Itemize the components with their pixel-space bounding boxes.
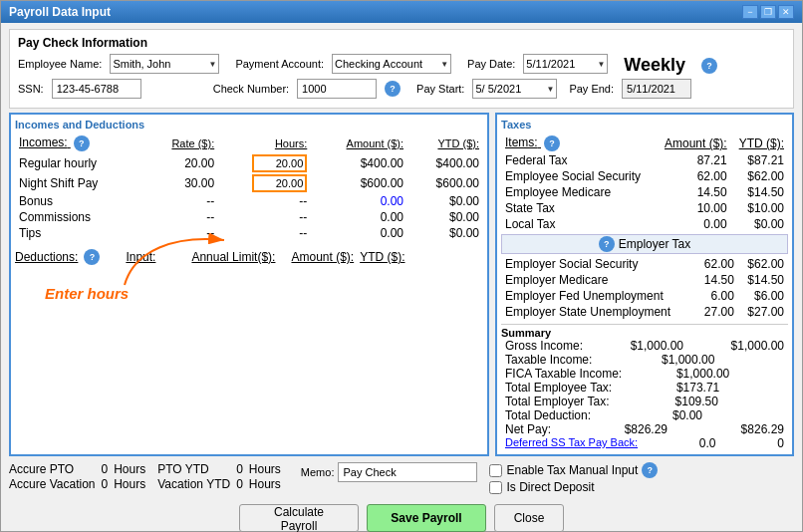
income-rate-commissions: --	[143, 209, 218, 225]
income-amount-nightshift: $600.00	[311, 173, 407, 193]
memo-input[interactable]: Pay Check	[338, 462, 477, 482]
payment-account-label: Payment Account:	[235, 58, 324, 70]
pay-date-select[interactable]: 5/11/2021	[523, 54, 608, 74]
window-controls: − ❐ ✕	[742, 5, 794, 19]
income-row-regular: Regular hourly 20.00 $400.00 $400.00	[15, 153, 483, 173]
income-ytd-tips: $0.00	[407, 225, 483, 241]
taxes-panel: Taxes Items: ? Amount ($): YTD ($):	[495, 113, 794, 456]
income-ytd-regular: $400.00	[407, 153, 483, 173]
tax-row-local: Local Tax 0.00 $0.00	[501, 216, 788, 232]
gross-ytd: $1,000.00	[731, 339, 784, 353]
minimize-button[interactable]: −	[742, 5, 758, 19]
employer-tax-header: ? Employer Tax	[501, 234, 788, 254]
hours-input-nightshift[interactable]	[252, 174, 307, 192]
ssn-input[interactable]: 123-45-6788	[52, 79, 141, 99]
save-payroll-button[interactable]: Save Payroll	[367, 504, 486, 532]
titlebar: Payroll Data Input − ❐ ✕	[1, 1, 802, 23]
pay-start-select[interactable]: 5/ 5/2021	[472, 79, 557, 99]
income-ytd-commissions: $0.00	[407, 209, 483, 225]
employee-select[interactable]: Smith, John	[110, 54, 219, 74]
taxes-info-icon[interactable]: ?	[544, 135, 560, 151]
close-button[interactable]: Close	[494, 504, 564, 532]
employer-state-unemp-amount: 27.00	[695, 304, 738, 320]
income-ytd-nightshift: $600.00	[407, 173, 483, 193]
netpay-amount: $826.29	[625, 422, 668, 436]
employer-fed-unemp-row: Employer Fed Unemployment 6.00 $6.00	[501, 288, 788, 304]
tax-manual-info-icon[interactable]: ?	[642, 462, 658, 478]
pay-start-row: Pay Start: 5/ 5/2021 Pay End: 5/11/2021	[416, 79, 691, 99]
deduction-amount: $0.00	[672, 408, 702, 422]
pto-section: Accure PTO 0 Hours Accure Vacation 0 Hou…	[9, 462, 145, 491]
taxable-label: Taxable Income:	[505, 353, 592, 367]
tax-row-state: State Tax 10.00 $10.00	[501, 200, 788, 216]
info-icon[interactable]: ?	[701, 58, 717, 74]
employer-state-unemp-ytd: $27.00	[738, 304, 788, 320]
col-amount-header: Amount ($):	[311, 134, 407, 153]
enable-tax-row: Enable Tax Manual Input ?	[489, 462, 658, 478]
enable-tax-checkbox[interactable]	[489, 464, 502, 477]
deductions-label: Deductions:	[15, 250, 78, 264]
income-name-nightshift: Night Shift Pay	[15, 173, 143, 193]
restore-button[interactable]: ❐	[760, 5, 776, 19]
col-ytd-header: YTD ($):	[407, 134, 483, 153]
employee-label: Employee Name:	[18, 58, 102, 70]
employer-medicare-ytd: $14.50	[738, 272, 788, 288]
summary-netpay: Net Pay: $826.29 $826.29	[501, 422, 788, 436]
tax-ytd-local: $0.00	[731, 216, 788, 232]
checkbox-section: Enable Tax Manual Input ? Is Direct Depo…	[489, 462, 658, 494]
tax-name-state: State Tax	[501, 200, 656, 216]
pay-date-row: Pay Date: 5/11/2021	[467, 54, 608, 74]
pay-end-label: Pay End:	[569, 83, 614, 95]
employer-ss-row: Employer Social Security 62.00 $62.00	[501, 256, 788, 272]
hours-input-regular[interactable]	[252, 154, 307, 172]
income-row-bonus: Bonus -- -- 0.00 $0.00	[15, 193, 483, 209]
enable-tax-label: Enable Tax Manual Input	[506, 463, 638, 477]
taxes-table: Items: ? Amount ($): YTD ($): Federal Ta…	[501, 134, 788, 232]
ded-col-amount: Amount ($):	[291, 250, 354, 264]
window-title: Payroll Data Input	[9, 5, 111, 19]
incomes-info-icon[interactable]: ?	[74, 135, 90, 151]
vacation-ytd-label: Vacation YTD	[157, 477, 230, 491]
income-rate-regular: 20.00	[143, 153, 218, 173]
deductions-info-icon[interactable]: ?	[84, 249, 100, 265]
employer-fed-unemp-ytd: $6.00	[738, 288, 788, 304]
tax-amount-emp-ss: 62.00	[656, 168, 731, 184]
deferred-link[interactable]: Deferred SS Tax Pay Back:	[505, 436, 638, 450]
pto-ytd-value: 0	[236, 462, 243, 476]
close-button[interactable]: ✕	[778, 5, 794, 19]
check-number-input[interactable]: 1000	[297, 79, 377, 99]
pto-ytd-unit: Hours	[249, 462, 281, 476]
summary-fica: FICA Taxable Income: $1,000.00	[501, 367, 788, 381]
check-info-icon[interactable]: ?	[385, 81, 401, 97]
income-amount-tips: 0.00	[311, 225, 407, 241]
accure-pto-label: Accure PTO	[9, 462, 96, 476]
summary-emp-tax: Total Employee Tax: $173.71	[501, 381, 788, 395]
annotation-arrow-svg	[115, 230, 234, 290]
check-number-row: Check Number: 1000 ?	[213, 79, 401, 99]
employee-row: Employee Name: Smith, John	[18, 54, 219, 74]
col-incomes-header: Incomes: ?	[15, 134, 143, 153]
calculate-payroll-button[interactable]: Calculate Payroll	[239, 504, 359, 532]
main-window: Payroll Data Input − ❐ ✕ Pay Check Infor…	[0, 0, 803, 532]
income-row-nightshift: Night Shift Pay 30.00 $600.00 $600.00	[15, 173, 483, 193]
employer-fed-unemp-amount: 6.00	[695, 288, 738, 304]
direct-deposit-checkbox[interactable]	[489, 481, 502, 494]
employer-ss-ytd: $62.00	[738, 256, 788, 272]
taxes-panel-title: Taxes	[501, 119, 788, 131]
ssn-row: SSN: 123-45-6788	[18, 79, 141, 99]
payment-account-select[interactable]: Checking Account	[332, 54, 451, 74]
income-hours-nightshift	[218, 173, 311, 193]
tax-ytd-state: $10.00	[731, 200, 788, 216]
ytd-section: PTO YTD 0 Hours Vacation YTD 0 Hours	[157, 462, 281, 491]
direct-deposit-row: Is Direct Deposit	[489, 480, 658, 494]
deferred-ytd: 0	[777, 436, 784, 450]
accure-vacation-unit: Hours	[114, 477, 145, 491]
employer-tax-info-icon[interactable]: ?	[599, 236, 615, 252]
vacation-ytd-unit: Hours	[249, 477, 281, 491]
income-hours-regular	[218, 153, 311, 173]
tax-amount-local: 0.00	[656, 216, 731, 232]
tax-amount-federal: 87.21	[656, 152, 731, 168]
paycheck-info-section: Pay Check Information Employee Name: Smi…	[9, 29, 794, 109]
tax-name-federal: Federal Tax	[501, 152, 656, 168]
tax-amount-state: 10.00	[656, 200, 731, 216]
